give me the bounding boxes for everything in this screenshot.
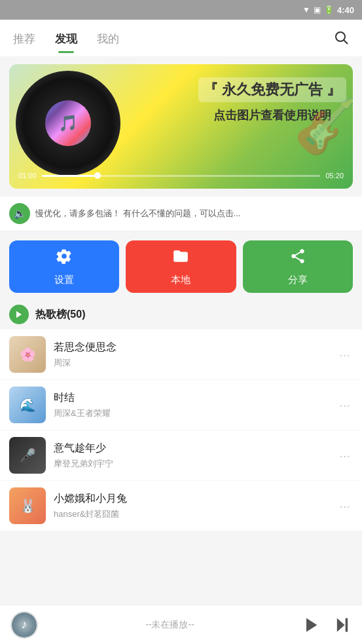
next-button[interactable] (333, 616, 352, 634)
cover-image-3: 🎤 (9, 437, 46, 474)
song-item-2[interactable]: 🌊 时结 周深&王者荣耀 ··· (0, 380, 362, 430)
folder-icon (172, 248, 189, 269)
svg-line-1 (344, 41, 348, 45)
tab-mine[interactable]: 我的 (97, 31, 119, 53)
vinyl-record: 🎵 (16, 71, 120, 176)
cover-image-2: 🌊 (9, 387, 46, 423)
guitar-decoration: 🎸 (300, 64, 353, 189)
share-icon (289, 248, 306, 269)
player-thumb-inner: ♪ (12, 613, 37, 637)
song-info-4: 小嫦娥和小月兔 hanser&封茗囧菌 (54, 492, 329, 520)
progress-start: 01:00 (18, 172, 37, 180)
search-button[interactable] (333, 29, 349, 54)
hot-list-header: 热歌榜(50) (0, 302, 362, 330)
wifi-icon: ▼ (302, 5, 310, 14)
music-note-icon: ♪ (22, 618, 27, 632)
vinyl-center: 🎵 (45, 100, 91, 146)
notification-text: 慢优化，请多多包涵！ 有什么不懂的问题，可以点击... (35, 208, 353, 219)
song-more-3[interactable]: ··· (336, 445, 353, 466)
tab-recommend[interactable]: 推荐 (13, 31, 35, 53)
song-artist-4: hanser&封茗囧菌 (54, 508, 329, 520)
hot-play-button[interactable] (9, 305, 29, 324)
skip-next-icon (333, 616, 352, 634)
top-nav: 推荐 发现 我的 (0, 20, 362, 56)
notification-bar[interactable]: 🔈 慢优化，请多多包涵！ 有什么不懂的问题，可以点击... (0, 197, 362, 231)
tab-discover[interactable]: 发现 (55, 31, 77, 53)
song-info-3: 意气趁年少 摩登兄弟刘宇宁 (54, 442, 329, 470)
cover-image-1: 🌸 (9, 336, 46, 373)
gear-icon (56, 248, 73, 269)
svg-marker-3 (306, 618, 317, 632)
song-cover-3: 🎤 (9, 437, 46, 474)
share-icon-svg (289, 248, 306, 265)
song-cover-1: 🌸 (9, 336, 46, 373)
status-bar: ▼ ▣ 🔋 4:40 (0, 0, 362, 20)
progress-dot (94, 172, 101, 179)
song-cover-2: 🌊 (9, 387, 46, 423)
song-item-1[interactable]: 🌸 若思念便思念 周深 ··· (0, 330, 362, 380)
settings-button[interactable]: 设置 (9, 240, 119, 293)
svg-marker-2 (16, 311, 22, 318)
progress-fill (42, 175, 95, 177)
play-icon (14, 310, 24, 319)
song-artist-3: 摩登兄弟刘宇宁 (54, 458, 329, 470)
battery-icon: 🔋 (324, 5, 334, 14)
song-info-1: 若思念便思念 周深 (54, 341, 329, 369)
play-icon (302, 616, 320, 634)
svg-point-0 (336, 32, 345, 41)
song-info-2: 时结 周深&王者荣耀 (54, 391, 329, 419)
speaker-icon: 🔈 (14, 208, 26, 219)
song-more-1[interactable]: ··· (336, 345, 353, 365)
nav-tabs: 推荐 发现 我的 (13, 31, 119, 53)
local-label: 本地 (171, 274, 190, 286)
player-thumbnail: ♪ (10, 611, 38, 639)
song-item-3[interactable]: 🎤 意气趁年少 摩登兄弟刘宇宁 ··· (0, 430, 362, 481)
song-list: 🌸 若思念便思念 周深 ··· 🌊 时结 周深&王者荣耀 ··· 🎤 意气 (0, 330, 362, 531)
bottom-player: ♪ --未在播放-- (0, 605, 362, 644)
player-status: --未在播放-- (47, 619, 293, 631)
player-controls (302, 616, 352, 634)
signal-icon: ▣ (314, 5, 321, 14)
banner[interactable]: 🎵 『 永久免费无广告 』 点击图片查看使用说明 🎸 01:00 05:20 (9, 64, 353, 189)
song-name-3: 意气趁年少 (54, 442, 329, 455)
play-button[interactable] (302, 616, 320, 634)
status-icons: ▼ ▣ 🔋 4:40 (302, 5, 354, 15)
banner-progress: 01:00 05:20 (18, 172, 344, 180)
song-name-2: 时结 (54, 391, 329, 405)
progress-end: 05:20 (325, 172, 344, 180)
share-label: 分享 (288, 274, 308, 286)
main-content: 🎵 『 永久免费无广告 』 点击图片查看使用说明 🎸 01:00 05:20 🔈… (0, 64, 362, 577)
song-cover-4: 🐰 (9, 487, 46, 524)
song-artist-1: 周深 (54, 357, 329, 369)
hot-list-title: 热歌榜(50) (35, 308, 85, 322)
action-buttons: 设置 本地 分享 (9, 240, 353, 293)
local-button[interactable]: 本地 (126, 240, 236, 293)
status-time: 4:40 (337, 5, 354, 15)
search-icon (333, 29, 349, 45)
song-name-4: 小嫦娥和小月兔 (54, 492, 329, 506)
progress-bar[interactable] (42, 175, 321, 177)
folder-icon-svg (172, 248, 189, 265)
svg-marker-4 (337, 618, 345, 632)
song-more-2[interactable]: ··· (336, 395, 353, 415)
svg-rect-5 (346, 618, 348, 632)
settings-label: 设置 (54, 274, 74, 286)
share-button[interactable]: 分享 (243, 240, 353, 293)
settings-icon-svg (56, 248, 73, 265)
song-artist-2: 周深&王者荣耀 (54, 407, 329, 419)
song-more-4[interactable]: ··· (336, 496, 353, 516)
song-item-4[interactable]: 🐰 小嫦娥和小月兔 hanser&封茗囧菌 ··· (0, 481, 362, 531)
notification-icon: 🔈 (9, 203, 30, 224)
song-name-1: 若思念便思念 (54, 341, 329, 354)
cover-image-4: 🐰 (9, 487, 46, 524)
